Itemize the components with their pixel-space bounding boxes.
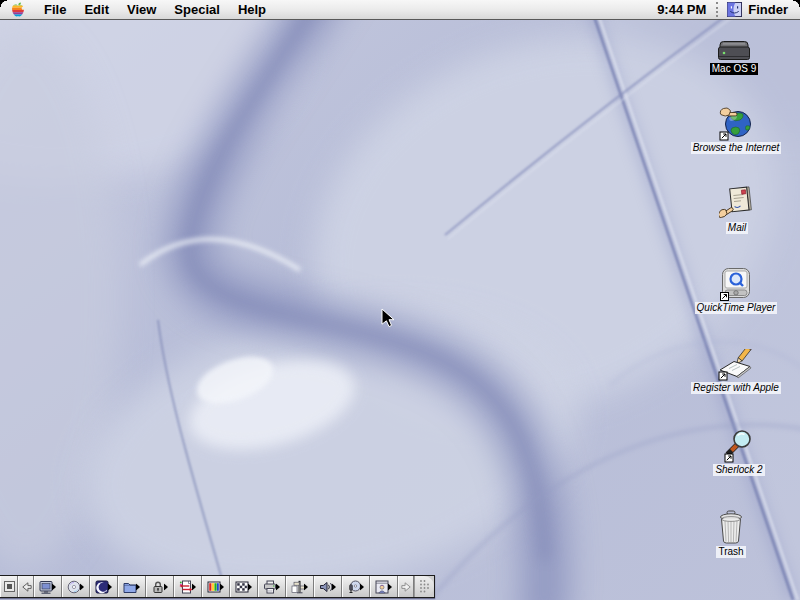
application-menu[interactable]: Finder bbox=[727, 2, 788, 17]
popup-arrow-icon bbox=[332, 583, 336, 590]
control-strip bbox=[0, 575, 435, 598]
control-strip-module-web-sharing[interactable] bbox=[370, 576, 398, 597]
letter-with-pointing-hand-icon bbox=[719, 185, 755, 221]
control-strip-module-monitors[interactable] bbox=[34, 576, 62, 597]
alias-arrow-badge bbox=[720, 132, 728, 140]
menu-bar-clock[interactable]: 9:44 PM bbox=[657, 2, 706, 17]
desktop-icon-register-with-apple[interactable]: Register with Apple bbox=[686, 349, 786, 394]
apple-logo-icon bbox=[11, 2, 25, 18]
alias-arrow-badge bbox=[721, 293, 729, 301]
active-app-name: Finder bbox=[748, 2, 788, 17]
control-strip-scroll-right[interactable] bbox=[398, 576, 414, 597]
popup-arrow-icon bbox=[276, 583, 280, 590]
control-strip-module-location-manager[interactable] bbox=[286, 576, 314, 597]
icon-label: Register with Apple bbox=[691, 382, 781, 394]
control-strip-module-resolution[interactable] bbox=[230, 576, 258, 597]
pencil-on-paper-icon bbox=[717, 349, 755, 381]
control-strip-scroll-left[interactable] bbox=[18, 576, 34, 597]
menu-help[interactable]: Help bbox=[238, 0, 266, 19]
icon-label: Mac OS 9 bbox=[710, 63, 758, 75]
popup-arrow-icon bbox=[388, 583, 392, 590]
desktop-icon-mail[interactable]: Mail bbox=[687, 185, 787, 234]
magnifying-glass-icon bbox=[724, 429, 754, 463]
desktop-icon-browse-the-internet[interactable]: Browse the Internet bbox=[686, 106, 786, 154]
alias-arrow-badge bbox=[725, 454, 733, 462]
menu-special[interactable]: Special bbox=[174, 0, 220, 19]
control-strip-module-keychain[interactable] bbox=[146, 576, 174, 597]
desktop-wallpaper[interactable] bbox=[0, 20, 800, 600]
popup-arrow-icon bbox=[220, 583, 224, 590]
control-strip-module-sound-source[interactable] bbox=[342, 576, 370, 597]
desktop-icon-trash[interactable]: Trash bbox=[681, 510, 781, 558]
wallpaper-swirl-art bbox=[0, 20, 800, 600]
popup-arrow-icon bbox=[136, 583, 140, 590]
popup-arrow-icon bbox=[248, 583, 252, 590]
control-strip-module-printer[interactable] bbox=[258, 576, 286, 597]
collapse-square-icon bbox=[3, 580, 16, 593]
control-strip-module-energy-saver[interactable] bbox=[90, 576, 118, 597]
menu-bar-divider bbox=[716, 2, 718, 17]
desktop-icon-mac-os-9[interactable]: Mac OS 9 bbox=[684, 40, 784, 75]
trash-can-icon bbox=[717, 510, 745, 545]
control-strip-module-cd-audio[interactable] bbox=[62, 576, 90, 597]
icon-label: Trash bbox=[716, 546, 745, 558]
control-strip-collapse-tab[interactable] bbox=[0, 576, 18, 597]
popup-arrow-icon bbox=[304, 583, 308, 590]
menu-view[interactable]: View bbox=[127, 0, 156, 19]
icon-label: QuickTime Player bbox=[695, 302, 778, 314]
popup-arrow-icon bbox=[80, 583, 84, 590]
popup-arrow-icon bbox=[52, 583, 56, 590]
menu-edit[interactable]: Edit bbox=[84, 0, 109, 19]
mouse-cursor-arrow bbox=[381, 308, 395, 332]
popup-arrow-icon bbox=[164, 583, 168, 590]
desktop-icon-sherlock-2[interactable]: Sherlock 2 bbox=[689, 429, 789, 476]
control-strip-end-handle[interactable] bbox=[414, 576, 434, 597]
icon-label: Mail bbox=[726, 222, 748, 234]
icon-label: Sherlock 2 bbox=[713, 464, 764, 476]
control-strip-module-color-depth[interactable] bbox=[202, 576, 230, 597]
icon-label: Browse the Internet bbox=[691, 142, 782, 154]
hollow-right-arrow-icon bbox=[400, 580, 413, 594]
control-strip-module-file-sharing[interactable] bbox=[118, 576, 146, 597]
control-strip-module-sound-volume[interactable] bbox=[314, 576, 342, 597]
quicktime-q-icon bbox=[720, 267, 752, 301]
globe-with-pointing-hand-icon bbox=[719, 106, 753, 141]
popup-arrow-icon bbox=[108, 583, 112, 590]
screen-corner-right bbox=[793, 0, 800, 7]
mac-os-9-desktop: File Edit View Special Help 9:44 PM Find… bbox=[0, 0, 800, 600]
finder-face-icon bbox=[727, 2, 742, 17]
hard-disk-icon bbox=[716, 40, 752, 62]
desktop-icon-quicktime-player[interactable]: QuickTime Player bbox=[686, 267, 786, 314]
ribbed-grab-handle-icon bbox=[419, 579, 431, 594]
control-strip-module-file-exchange[interactable] bbox=[174, 576, 202, 597]
hollow-left-arrow-icon bbox=[20, 580, 33, 594]
menu-bar: File Edit View Special Help 9:44 PM Find… bbox=[0, 0, 800, 20]
apple-menu[interactable] bbox=[11, 2, 25, 18]
popup-arrow-icon bbox=[360, 583, 364, 590]
popup-arrow-icon bbox=[192, 583, 196, 590]
menu-file[interactable]: File bbox=[44, 0, 66, 19]
alias-arrow-badge bbox=[719, 372, 727, 380]
screen-corner-left bbox=[0, 0, 7, 7]
